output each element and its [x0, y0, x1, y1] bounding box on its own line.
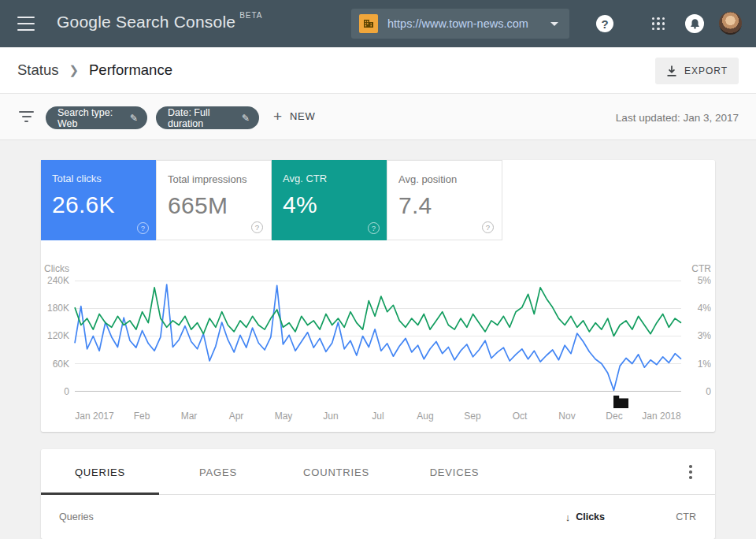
- left-axis-title: Clicks: [41, 263, 69, 274]
- metric-help-icon[interactable]: ?: [137, 222, 149, 234]
- x-tick: Jan 2017: [75, 411, 113, 422]
- property-selector[interactable]: https://www.town-news.com: [351, 9, 569, 39]
- metric-avg-position[interactable]: Avg. position 7.4 ?: [387, 160, 502, 240]
- download-icon: [666, 65, 677, 77]
- breadcrumb-separator: ❯: [69, 63, 79, 77]
- help-button[interactable]: ?: [596, 15, 615, 34]
- apps-grid-icon: [652, 17, 665, 30]
- x-tick: May: [275, 411, 293, 422]
- app-logo: GoogleSearch ConsoleBETA: [57, 13, 263, 32]
- x-tick: Dec: [606, 411, 622, 422]
- y-tick: 180K: [41, 302, 69, 314]
- new-filter-button[interactable]: + NEW: [273, 109, 316, 124]
- x-tick: Jun: [323, 411, 338, 422]
- chevron-down-icon: [550, 22, 558, 26]
- tab-devices[interactable]: DEVICES: [395, 449, 513, 495]
- pointer-cursor-artifact: [613, 396, 628, 408]
- x-tick: Feb: [134, 411, 150, 422]
- breadcrumb: Status ❯ Performance: [17, 61, 172, 79]
- y-tick: 60K: [41, 358, 69, 370]
- metric-help-icon[interactable]: ?: [368, 222, 380, 234]
- last-updated-text: Last updated: Jan 3, 2017: [616, 112, 739, 124]
- building-icon: [363, 18, 374, 29]
- page-title: Performance: [89, 61, 172, 79]
- y-tick: 240K: [41, 274, 69, 287]
- notifications-button[interactable]: [685, 14, 704, 33]
- tab-countries[interactable]: COUNTRIES: [277, 449, 395, 495]
- x-tick: Oct: [513, 411, 528, 422]
- metric-help-icon[interactable]: ?: [251, 221, 263, 233]
- tab-pages[interactable]: PAGES: [159, 449, 277, 495]
- metric-total-impressions[interactable]: Total impressions 665M ?: [156, 160, 272, 240]
- breadcrumb-bar: Status ❯ Performance EXPORT: [0, 47, 756, 94]
- x-tick: Jul: [372, 411, 384, 422]
- metric-cards: Total clicks 26.6K ? Total impressions 6…: [41, 160, 502, 240]
- y-tick: 1%: [685, 358, 711, 370]
- dimension-tabs: QUERIES PAGES COUNTRIES DEVICES: [41, 449, 715, 495]
- x-tick: Sep: [464, 411, 480, 422]
- property-icon: [359, 14, 378, 33]
- chart-plot: [75, 281, 681, 392]
- bell-icon: [685, 14, 704, 33]
- logo-product: Search Console: [116, 13, 235, 31]
- menu-icon[interactable]: [17, 17, 35, 31]
- x-tick: Nov: [558, 411, 575, 422]
- metric-avg-ctr[interactable]: Avg. CTR 4% ?: [272, 160, 387, 240]
- filter-list-icon[interactable]: [19, 111, 34, 122]
- plus-icon: +: [273, 109, 283, 124]
- apps-grid-button[interactable]: [649, 14, 668, 33]
- series-clicks: [75, 284, 681, 390]
- y-tick: 3%: [685, 329, 711, 342]
- column-ctr: CTR: [676, 511, 696, 522]
- help-icon: ?: [596, 15, 613, 32]
- filter-chip-search-type[interactable]: Search type: Web ✎: [46, 106, 147, 129]
- y-tick: 0: [685, 385, 711, 398]
- y-tick: 120K: [41, 329, 69, 342]
- right-axis-title: CTR: [685, 263, 711, 274]
- x-tick: Aug: [417, 411, 433, 422]
- table-header-row: Queries ↓ Clicks CTR: [41, 495, 715, 539]
- edit-pencil-icon: ✎: [242, 113, 250, 124]
- column-queries: Queries: [59, 511, 94, 522]
- account-avatar[interactable]: [719, 12, 742, 35]
- breadcrumb-status[interactable]: Status: [17, 61, 58, 79]
- column-clicks-sorted[interactable]: ↓ Clicks: [565, 511, 605, 523]
- metric-help-icon[interactable]: ?: [482, 221, 494, 233]
- property-url: https://www.town-news.com: [387, 17, 550, 30]
- y-tick: 0: [41, 385, 69, 398]
- filter-chip-date[interactable]: Date: Full duration ✎: [156, 106, 259, 129]
- app-header: GoogleSearch ConsoleBETA https://www.tow…: [0, 0, 756, 47]
- tab-queries[interactable]: QUERIES: [41, 449, 159, 495]
- logo-beta-badge: BETA: [239, 11, 262, 20]
- x-tick: Jan 2018: [642, 411, 680, 422]
- export-button[interactable]: EXPORT: [655, 58, 739, 84]
- y-tick: 5%: [685, 274, 711, 287]
- metric-total-clicks[interactable]: Total clicks 26.6K ?: [41, 160, 157, 240]
- x-tick: Apr: [229, 411, 244, 422]
- x-tick: Mar: [181, 411, 198, 422]
- y-tick: 4%: [685, 302, 711, 314]
- logo-google: Google: [57, 13, 111, 31]
- sort-down-icon: ↓: [565, 511, 571, 523]
- edit-pencil-icon: ✎: [130, 113, 138, 124]
- more-options-icon[interactable]: [684, 464, 698, 480]
- dimensions-card: QUERIES PAGES COUNTRIES DEVICES Queries …: [41, 449, 715, 539]
- performance-card: Total clicks 26.6K ? Total impressions 6…: [41, 160, 715, 432]
